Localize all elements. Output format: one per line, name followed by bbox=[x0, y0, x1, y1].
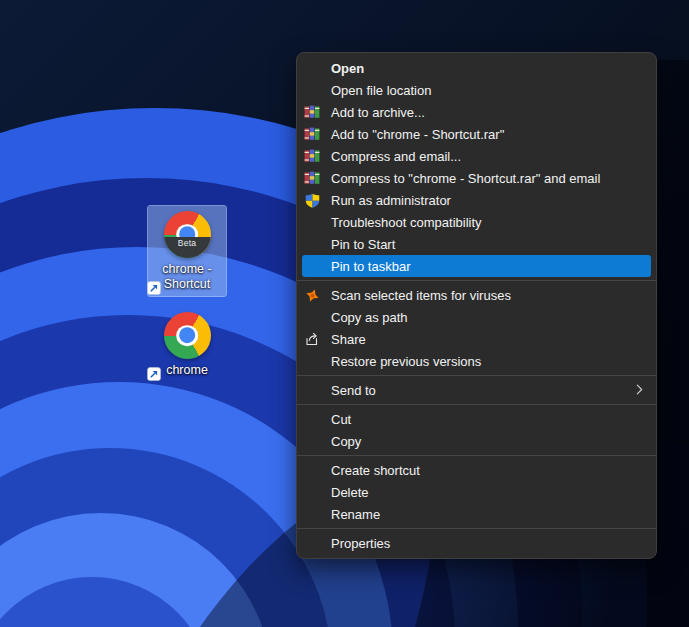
winrar-icon bbox=[304, 148, 320, 164]
menu-item-copy[interactable]: Copy bbox=[297, 430, 656, 452]
menu-item-label: Send to bbox=[331, 383, 376, 398]
context-menu: Open Open file location Add to archive..… bbox=[296, 52, 657, 559]
beta-badge-label: Beta bbox=[178, 238, 196, 258]
menu-item-label: Open file location bbox=[331, 83, 431, 98]
chrome-logo-icon bbox=[164, 312, 211, 359]
shortcut-arrow-icon bbox=[147, 367, 161, 381]
menu-item-label: Delete bbox=[331, 485, 369, 500]
desktop-icon-chrome[interactable]: chrome bbox=[148, 307, 226, 382]
menu-item-add-to-archive[interactable]: Add to archive... bbox=[297, 101, 656, 123]
menu-item-rename[interactable]: Rename bbox=[297, 503, 656, 525]
menu-item-cut[interactable]: Cut bbox=[297, 408, 656, 430]
menu-item-label: Pin to taskbar bbox=[331, 259, 411, 274]
menu-item-label: Compress and email... bbox=[331, 149, 461, 164]
menu-item-send-to[interactable]: Send to bbox=[297, 379, 656, 401]
avast-icon bbox=[304, 287, 320, 303]
menu-item-label: Pin to Start bbox=[331, 237, 395, 252]
winrar-icon bbox=[304, 126, 320, 142]
menu-item-label: Add to "chrome - Shortcut.rar" bbox=[331, 127, 504, 142]
uac-shield-icon bbox=[304, 192, 320, 208]
menu-item-label: Create shortcut bbox=[331, 463, 420, 478]
icon-label-line1: chrome bbox=[166, 363, 208, 378]
menu-separator bbox=[297, 375, 656, 376]
menu-item-open[interactable]: Open bbox=[297, 57, 656, 79]
menu-item-copy-as-path[interactable]: Copy as path bbox=[297, 306, 656, 328]
menu-item-label: Troubleshoot compatibility bbox=[331, 215, 482, 230]
chrome-beta-logo-icon: Beta bbox=[164, 211, 211, 258]
submenu-arrow-icon bbox=[636, 384, 643, 395]
menu-item-pin-to-start[interactable]: Pin to Start bbox=[297, 233, 656, 255]
menu-item-pin-to-taskbar[interactable]: Pin to taskbar bbox=[302, 255, 651, 277]
menu-item-label: Rename bbox=[331, 507, 380, 522]
menu-item-add-to-named-rar[interactable]: Add to "chrome - Shortcut.rar" bbox=[297, 123, 656, 145]
menu-item-scan-for-viruses[interactable]: Scan selected items for viruses bbox=[297, 284, 656, 306]
menu-item-label: Compress to "chrome - Shortcut.rar" and … bbox=[331, 171, 600, 186]
menu-item-delete[interactable]: Delete bbox=[297, 481, 656, 503]
menu-separator bbox=[297, 455, 656, 456]
icon-label-line1: chrome - bbox=[162, 262, 211, 277]
share-icon bbox=[304, 331, 320, 347]
menu-separator bbox=[297, 528, 656, 529]
menu-item-open-file-location[interactable]: Open file location bbox=[297, 79, 656, 101]
chrome-logo-ring bbox=[176, 325, 198, 347]
menu-separator bbox=[297, 280, 656, 281]
menu-item-label: Properties bbox=[331, 536, 390, 551]
icon-label: chrome bbox=[166, 363, 208, 378]
menu-item-label: Scan selected items for viruses bbox=[331, 288, 511, 303]
beta-badge: Beta bbox=[164, 237, 211, 258]
menu-item-label: Copy as path bbox=[331, 310, 408, 325]
menu-item-label: Run as administrator bbox=[331, 193, 451, 208]
menu-item-label: Restore previous versions bbox=[331, 354, 481, 369]
menu-item-label: Add to archive... bbox=[331, 105, 425, 120]
menu-item-compress-and-email[interactable]: Compress and email... bbox=[297, 145, 656, 167]
menu-item-troubleshoot-compatibility[interactable]: Troubleshoot compatibility bbox=[297, 211, 656, 233]
menu-item-label: Cut bbox=[331, 412, 351, 427]
menu-item-create-shortcut[interactable]: Create shortcut bbox=[297, 459, 656, 481]
winrar-icon bbox=[304, 170, 320, 186]
menu-item-label: Open bbox=[331, 61, 364, 76]
icon-label-line2: Shortcut bbox=[162, 277, 211, 292]
shortcut-arrow-icon bbox=[147, 281, 161, 295]
menu-item-run-as-administrator[interactable]: Run as administrator bbox=[297, 189, 656, 211]
menu-item-properties[interactable]: Properties bbox=[297, 532, 656, 554]
menu-item-label: Copy bbox=[331, 434, 361, 449]
menu-item-label: Share bbox=[331, 332, 366, 347]
menu-item-compress-to-named-rar-and-email[interactable]: Compress to "chrome - Shortcut.rar" and … bbox=[297, 167, 656, 189]
icon-label: chrome - Shortcut bbox=[162, 262, 211, 292]
chrome-logo-center bbox=[179, 328, 195, 344]
winrar-icon bbox=[304, 104, 320, 120]
menu-item-share[interactable]: Share bbox=[297, 328, 656, 350]
desktop-icon-chrome-shortcut[interactable]: Beta chrome - Shortcut bbox=[148, 206, 226, 296]
menu-item-restore-previous-versions[interactable]: Restore previous versions bbox=[297, 350, 656, 372]
menu-separator bbox=[297, 404, 656, 405]
